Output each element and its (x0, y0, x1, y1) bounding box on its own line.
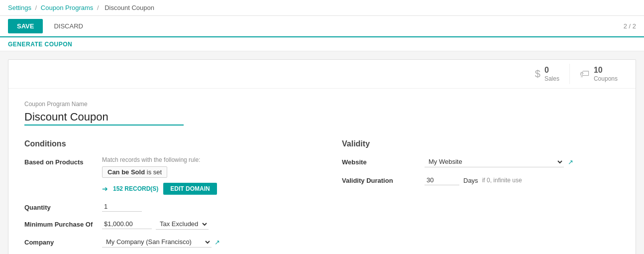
discard-button[interactable]: DISCARD (47, 19, 90, 33)
records-link[interactable]: 152 RECORD(S) (113, 185, 158, 192)
company-select[interactable]: My Company (San Francisco) (102, 237, 212, 248)
duration-input[interactable] (425, 175, 459, 185)
quantity-value (102, 202, 302, 212)
arrow-icon: ➔ (102, 185, 108, 193)
rule-description: Match records with the following rule: (102, 156, 302, 163)
based-on-products-label: Based on Products (24, 156, 94, 166)
coupons-stat[interactable]: 🏷 10 Coupons (569, 64, 628, 84)
toolbar: SAVE DISCARD 2 / 2 (0, 16, 644, 37)
conditions-section: Conditions Based on Products Match recor… (24, 139, 302, 254)
based-on-products-row: Based on Products Match records with the… (24, 156, 302, 195)
sales-stat[interactable]: $ 0 Sales (525, 64, 569, 84)
duration-row: Validity Duration Days if 0, infinite us… (342, 175, 620, 185)
coupons-label: Coupons (594, 75, 618, 82)
breadcrumb-current: Discount Coupon (105, 4, 154, 11)
save-button[interactable]: SAVE (8, 19, 43, 33)
duration-unit: Days (463, 177, 478, 184)
min-purchase-row: Minimum Purchase Of Tax Excluded Tax Inc… (24, 219, 302, 230)
pagination: 2 / 2 (624, 22, 636, 30)
company-row: Company My Company (San Francisco) ↗ (24, 237, 302, 248)
domain-tag-rest: is set (145, 168, 162, 176)
validity-section: Validity Website My Website ↗ Val (342, 139, 620, 254)
quantity-row: Quantity (24, 202, 302, 212)
coupons-count: 10 (594, 66, 618, 75)
company-value: My Company (San Francisco) ↗ (102, 237, 302, 248)
breadcrumb-coupon-programs[interactable]: Coupon Programs (41, 4, 94, 11)
domain-tag: Can be Sold is set (102, 166, 167, 178)
duration-hint: if 0, infinite use (482, 177, 522, 184)
action-bar: GENERATE COUPON (0, 37, 644, 51)
duration-value: Days if 0, infinite use (425, 175, 620, 185)
breadcrumb: Settings / Coupon Programs / Discount Co… (0, 0, 644, 16)
website-select[interactable]: My Website (425, 156, 564, 167)
sales-count: 0 (544, 66, 559, 75)
two-col-layout: Conditions Based on Products Match recor… (24, 139, 620, 254)
sales-icon: $ (535, 68, 540, 80)
breadcrumb-sep2: / (97, 4, 99, 11)
based-on-products-value: Match records with the following rule: C… (102, 156, 302, 195)
coupon-program-name-input[interactable] (24, 110, 184, 126)
form-body: Coupon Program Name Conditions Based on … (8, 89, 636, 254)
min-purchase-label: Minimum Purchase Of (24, 219, 94, 228)
breadcrumb-sep1: / (35, 4, 37, 11)
sales-label: Sales (544, 75, 559, 82)
website-external-link-icon[interactable]: ↗ (568, 158, 573, 166)
website-value: My Website ↗ (425, 156, 620, 167)
edit-domain-button[interactable]: EDIT DOMAIN (163, 183, 216, 195)
company-label: Company (24, 237, 94, 246)
website-label: Website (342, 158, 417, 166)
coupons-icon: 🏷 (580, 68, 590, 80)
min-purchase-value: Tax Excluded Tax Included (102, 219, 302, 230)
main-content: $ 0 Sales 🏷 10 Coupons Coupon Program Na… (0, 51, 644, 254)
records-row: ➔ 152 RECORD(S) EDIT DOMAIN (102, 183, 302, 195)
conditions-title: Conditions (24, 139, 302, 148)
validity-title: Validity (342, 139, 620, 148)
quantity-input[interactable] (102, 202, 142, 212)
coupon-program-name-label: Coupon Program Name (24, 101, 620, 108)
breadcrumb-settings[interactable]: Settings (8, 4, 31, 11)
duration-label: Validity Duration (342, 177, 417, 184)
quantity-label: Quantity (24, 202, 94, 211)
stats-bar: $ 0 Sales 🏷 10 Coupons (8, 60, 636, 89)
generate-coupon-button[interactable]: GENERATE COUPON (8, 41, 72, 48)
company-external-link-icon[interactable]: ↗ (215, 239, 220, 246)
tax-select[interactable]: Tax Excluded Tax Included (156, 219, 209, 230)
form-card: $ 0 Sales 🏷 10 Coupons Coupon Program Na… (8, 59, 636, 254)
website-row: Website My Website ↗ (342, 156, 620, 167)
min-purchase-input[interactable] (102, 219, 152, 229)
domain-tag-bold: Can be Sold (107, 168, 145, 176)
